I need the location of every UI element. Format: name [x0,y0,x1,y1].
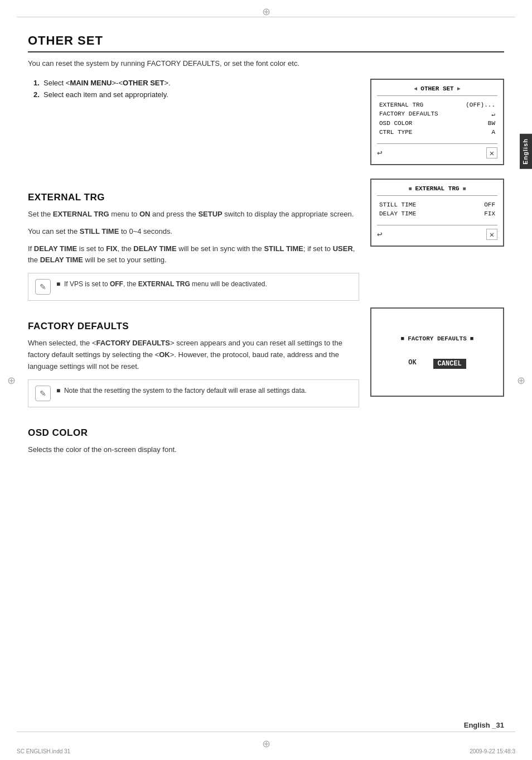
osd-screen1-title: OTHER SET [420,85,453,92]
factory-defaults-left: FACTORY DEFAULTS When selected, the <FAC… [28,307,359,413]
steps-section: 1. Select <MAIN MENU>-<OTHER SET>. 2. Se… [28,79,504,179]
osd-color-body: Selects the color of the on-screen displ… [28,444,504,456]
osd-x-icon-1: ✕ [486,147,497,158]
osd-factory-sq-left: ■ [401,335,405,342]
osd-factory-title: ■ FACTORY DEFAULTS ■ [401,335,474,342]
page-border-top [17,17,515,17]
osd-screen-2: ■ EXTERNAL TRG ■ STILL TIME OFF DELAY TI… [370,179,504,260]
osd-row-ext-trg: EXTERNAL TRG (OFF)... [377,100,497,109]
external-trg-body1: Set the EXTERNAL TRG menu to ON and pres… [28,209,359,220]
factory-defaults-section: FACTORY DEFAULTS When selected, the <FAC… [28,307,504,413]
osd-row-value: A [491,129,495,136]
osd-footer-1: ↩ ✕ [377,143,497,158]
osd-right-arrow-2: ■ [463,186,466,192]
external-trg-section: EXTERNAL TRG Set the EXTERNAL TRG menu t… [28,179,504,307]
osd-row-label: FACTORY DEFAULTS [379,110,438,118]
step-1: 1. Select <MAIN MENU>-<OTHER SET>. [33,79,359,87]
factory-ok-button[interactable]: OK [408,359,416,369]
external-trg-body2: You can set the STILL TIME to 0~4 second… [28,226,359,238]
factory-defaults-note: ✎ ■ Note that the resetting the system t… [28,379,359,407]
osd-row-still-time: STILL TIME OFF [377,200,497,209]
osd-row-label: STILL TIME [379,201,416,208]
osd-back-icon-2: ↩ [377,229,383,240]
osd-row-value: OFF [484,201,495,208]
osd-factory-screen: ■ FACTORY DEFAULTS ■ OK CANCEL [370,307,504,397]
osd-back-icon-1: ↩ [377,147,383,158]
osd-row-value: ↵ [491,110,495,118]
steps-left: 1. Select <MAIN MENU>-<OTHER SET>. 2. Se… [28,79,359,110]
osd-screen2-title: EXTERNAL TRG [415,185,459,192]
osd-row-label: CTRL TYPE [379,129,412,136]
file-info-left: SC ENGLISH.indd 31 [17,748,70,754]
osd-row-value: BW [488,120,495,127]
osd-title-bar-1: ◄ OTHER SET ► [377,85,497,96]
osd-title-bar-2: ■ EXTERNAL TRG ■ [377,185,497,196]
osd-right-arrow-1: ► [457,86,461,92]
main-content: OTHER SET You can reset the system by ru… [28,33,504,721]
osd-other-set-screen: ◄ OTHER SET ► EXTERNAL TRG (OFF)... FACT… [370,79,504,165]
osd-factory-buttons: OK CANCEL [408,359,466,369]
osd-screen-3: ■ FACTORY DEFAULTS ■ OK CANCEL [370,307,504,397]
page-border-bottom [17,732,515,732]
osd-x-icon-2: ✕ [486,229,497,240]
crosshair-bottom-icon: ⊕ [260,738,272,749]
step-2: 2. Select each item and set appropriatel… [33,90,359,99]
osd-screen3-title: FACTORY DEFAULTS [408,335,467,342]
crosshair-left-icon: ⊕ [6,374,17,386]
intro-text: You can reset the system by running FACT… [28,59,504,68]
page-title: OTHER SET [28,33,504,52]
factory-defaults-title: FACTORY DEFAULTS [28,321,359,332]
note-text-2: ■ Note that the resetting the system to … [56,386,307,396]
osd-row-ctrl-type: CTRL TYPE A [377,128,497,137]
steps-list: 1. Select <MAIN MENU>-<OTHER SET>. 2. Se… [28,79,359,99]
osd-row-value: (OFF)... [466,102,495,108]
note-text-1: ■ If VPS is set to OFF, the EXTERNAL TRG… [56,279,267,289]
external-trg-note: ✎ ■ If VPS is set to OFF, the EXTERNAL T… [28,273,359,301]
osd-factory-sq-right: ■ [470,335,474,342]
osd-row-osd-color: OSD COLOR BW [377,119,497,128]
osd-row-value: FIX [484,210,495,217]
note-pencil-icon: ✎ [35,279,51,295]
osd-row-label: DELAY TIME [379,210,416,217]
osd-color-title: OSD COLOR [28,427,504,439]
factory-defaults-body: When selected, the <FACTORY DEFAULTS> sc… [28,338,359,372]
factory-cancel-button[interactable]: CANCEL [433,359,466,369]
note-pencil-icon-2: ✎ [35,386,51,401]
osd-left-arrow-1: ◄ [414,86,417,92]
osd-footer-2: ↩ ✕ [377,225,497,240]
osd-row-delay-time: DELAY TIME FIX [377,209,497,218]
osd-row-factory: FACTORY DEFAULTS ↵ [377,109,497,119]
sidebar-english-label: English [520,134,532,169]
osd-row-label: OSD COLOR [379,120,412,127]
external-trg-left: EXTERNAL TRG Set the EXTERNAL TRG menu t… [28,179,359,307]
crosshair-right-icon: ⊕ [515,374,526,386]
osd-left-arrow-2: ■ [408,186,412,192]
osd-screen-1: ◄ OTHER SET ► EXTERNAL TRG (OFF)... FACT… [370,79,504,179]
page-footer-number: English _31 [464,721,504,729]
file-info-right: 2009-9-22 15:48:3 [470,748,515,754]
external-trg-title: EXTERNAL TRG [28,192,359,203]
osd-external-trg-screen: ■ EXTERNAL TRG ■ STILL TIME OFF DELAY TI… [370,179,504,247]
osd-row-label: EXTERNAL TRG [379,102,423,108]
external-trg-body3: If DELAY TIME is set to FIX, the DELAY T… [28,243,359,267]
crosshair-top-icon: ⊕ [260,6,272,17]
